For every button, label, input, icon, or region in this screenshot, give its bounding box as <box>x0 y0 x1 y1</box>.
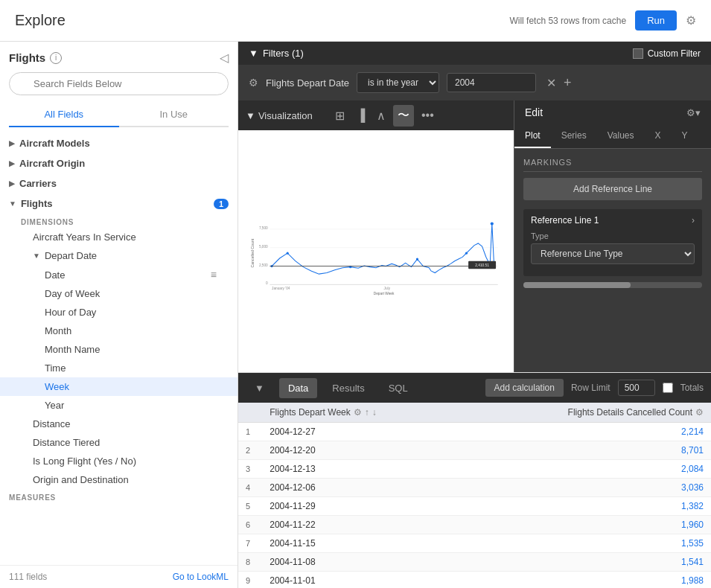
viz-more-icon[interactable]: ••• <box>417 105 439 127</box>
field-date[interactable]: Date ≡ <box>0 265 237 284</box>
col-gear-icon[interactable]: ⚙ <box>695 407 704 418</box>
edit-tabs: Plot Series Values X Y <box>514 124 711 149</box>
row-date: 2004-11-01 <box>262 572 462 589</box>
filter-value-input[interactable] <box>447 73 536 92</box>
edit-tab-series[interactable]: Series <box>551 124 597 148</box>
group-aircraft-models[interactable]: ▶ Aircraft Models <box>0 133 237 153</box>
sidebar: Flights i ◁ 🔍 All Fields In Use ▶ Aircra… <box>0 42 238 588</box>
data-tab-data[interactable]: Data <box>279 378 317 398</box>
row-count: 3,036 <box>463 479 711 497</box>
svg-text:Depart Week: Depart Week <box>374 292 395 295</box>
sidebar-collapse-icon[interactable]: ◁ <box>220 51 229 65</box>
filter-add-icon[interactable]: + <box>564 75 572 91</box>
row-num: 4 <box>238 479 262 497</box>
field-year[interactable]: Year <box>0 396 237 415</box>
field-time[interactable]: Time <box>0 359 237 377</box>
field-day-of-week[interactable]: Day of Week <box>0 284 237 303</box>
edit-title: Edit <box>525 106 543 118</box>
group-carriers[interactable]: ▶ Carriers <box>0 173 237 194</box>
field-month-name[interactable]: Month Name <box>0 340 237 359</box>
col-gear-icon[interactable]: ⚙ <box>354 407 362 418</box>
viz-bar-icon[interactable]: ▐ <box>352 105 369 127</box>
add-calculation-button[interactable]: Add calculation <box>485 379 564 397</box>
tab-in-use[interactable]: In Use <box>119 103 229 127</box>
edit-tab-values[interactable]: Values <box>597 124 645 148</box>
filter-icon: ≡ <box>211 269 217 281</box>
viz-arrow-icon: ▼ <box>246 110 255 121</box>
search-input[interactable] <box>9 72 229 95</box>
svg-text:January '04: January '04 <box>272 287 290 290</box>
go-lookaml-link[interactable]: Go to LookML <box>173 572 229 582</box>
field-distance-tiered[interactable]: Distance Tiered <box>0 433 237 452</box>
field-month[interactable]: Month <box>0 322 237 340</box>
row-date: 2004-11-15 <box>262 534 462 553</box>
col-depart-week-label: Flights Depart Week <box>270 407 351 418</box>
svg-text:July: July <box>384 287 391 290</box>
svg-text:0: 0 <box>266 281 268 285</box>
edit-header: Edit ⚙▾ <box>514 100 711 124</box>
field-is-long-flight[interactable]: Is Long Flight (Yes / No) <box>0 452 237 470</box>
filter-type-select[interactable]: is in the year <box>357 72 439 93</box>
row-num: 6 <box>238 516 262 534</box>
edit-tab-y[interactable]: Y <box>672 124 698 148</box>
svg-text:2,500: 2,500 <box>259 263 268 267</box>
filters-label: Filters (1) <box>263 48 304 59</box>
filters-toggle[interactable]: ▼ Filters (1) <box>249 48 304 59</box>
row-date: 2004-11-22 <box>262 516 462 534</box>
row-num: 1 <box>238 423 262 441</box>
viz-area-icon[interactable]: ∧ <box>372 105 390 127</box>
viz-label: ▼ Visualization <box>246 110 313 121</box>
field-aircraft-years[interactable]: Aircraft Years In Service <box>0 228 237 246</box>
add-reference-line-button[interactable]: Add Reference Line <box>523 178 702 200</box>
filter-gear-icon[interactable]: ⚙ <box>249 77 258 89</box>
viz-table-icon[interactable]: ⊞ <box>331 105 349 127</box>
data-tab-sql[interactable]: SQL <box>380 378 417 398</box>
edit-tab-plot[interactable]: Plot <box>514 124 551 148</box>
sidebar-title-row: Flights i ◁ <box>9 51 229 65</box>
filter-close-icon[interactable]: ✕ <box>546 76 556 90</box>
data-table: Flights Depart Week ⚙ ↑ ↓ Flights Detail… <box>238 403 711 588</box>
ref-line-title: Reference Line 1 <box>531 215 599 226</box>
row-count: 1,382 <box>463 497 711 516</box>
row-date: 2004-11-29 <box>262 497 462 516</box>
viz-line-icon[interactable]: 〜 <box>393 105 414 127</box>
field-hour-of-day[interactable]: Hour of Day <box>0 303 237 322</box>
row-count: 8,701 <box>463 441 711 460</box>
edit-gear-icon[interactable]: ⚙▾ <box>686 107 701 118</box>
expand-arrow-icon: ▼ <box>9 199 16 208</box>
field-origin-destination[interactable]: Origin and Destination <box>0 470 237 489</box>
ref-line-expand-icon[interactable]: › <box>692 215 695 226</box>
data-tab-results[interactable]: Results <box>323 378 373 398</box>
field-week[interactable]: Week <box>0 377 237 396</box>
run-button[interactable]: Run <box>635 10 677 31</box>
totals-checkbox[interactable] <box>663 383 673 393</box>
search-wrapper: 🔍 <box>9 72 229 95</box>
horizontal-scrollbar[interactable] <box>523 282 702 288</box>
table-row: 7 2004-11-15 1,535 <box>238 534 711 553</box>
row-limit-input[interactable] <box>618 380 655 396</box>
app-title: Explore <box>15 12 509 29</box>
sort-desc-icon[interactable]: ↓ <box>372 407 377 418</box>
svg-text:5,000: 5,000 <box>259 245 268 249</box>
row-date: 2004-12-20 <box>262 441 462 460</box>
field-count: 111 fields <box>9 572 47 582</box>
edit-tab-x[interactable]: X <box>645 124 672 148</box>
field-depart-date[interactable]: ▼ Depart Date <box>0 246 237 265</box>
dimensions-label: DIMENSIONS <box>0 214 237 228</box>
sidebar-header: Flights i ◁ 🔍 All Fields In Use <box>0 42 237 127</box>
field-distance[interactable]: Distance <box>0 415 237 433</box>
group-aircraft-origin[interactable]: ▶ Aircraft Origin <box>0 153 237 173</box>
ref-line-type-select[interactable]: Reference Line Type <box>531 243 695 264</box>
group-label: Flights <box>21 198 53 209</box>
table-row: 6 2004-11-22 1,960 <box>238 516 711 534</box>
group-label: Carriers <box>19 178 57 189</box>
group-flights[interactable]: ▼ Flights 1 <box>0 194 237 214</box>
settings-icon[interactable]: ⚙ <box>686 13 696 28</box>
data-actions: Add calculation Row Limit Totals <box>485 379 704 397</box>
custom-filter-checkbox[interactable] <box>633 48 643 59</box>
sort-asc-icon[interactable]: ↑ <box>365 407 369 418</box>
tab-all-fields[interactable]: All Fields <box>9 103 119 127</box>
chart-dot <box>416 258 418 260</box>
info-icon[interactable]: i <box>50 52 62 64</box>
content-area: ▼ Filters (1) Custom Filter ⚙ Flights De… <box>238 42 711 588</box>
